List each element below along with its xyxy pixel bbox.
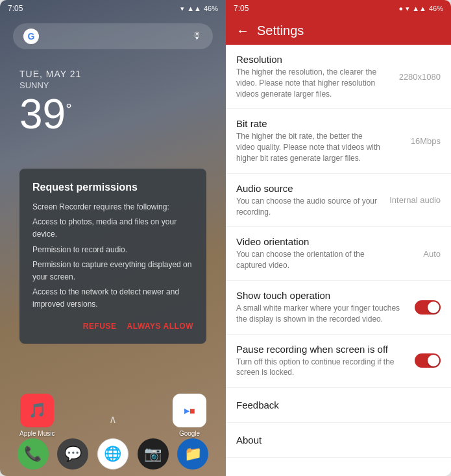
- orientation-value: Auto: [389, 249, 441, 259]
- bitrate-desc: The higher the bit rate, the better the …: [236, 131, 381, 163]
- date-weather: TUE, MAY 21 SUNNY 39°: [0, 56, 226, 148]
- settings-list: Resolution The higher the resolution, th…: [226, 45, 451, 476]
- resolution-title: Resolution: [236, 54, 381, 65]
- dot-icon: ●: [399, 5, 404, 12]
- permission-dialog: Request permissions Screen Recorder requ…: [19, 169, 206, 344]
- messages-dock-icon[interactable]: 💬: [57, 438, 88, 470]
- settings-item-about[interactable]: About: [226, 423, 451, 458]
- pause-toggle[interactable]: [415, 353, 441, 368]
- bitrate-value: 16Mbps: [389, 136, 441, 146]
- perm-line-1: Access to photos, media and files on you…: [32, 216, 193, 241]
- perm-line-4: Access to the network to detect newer an…: [32, 286, 193, 311]
- settings-header: ← Settings: [226, 17, 451, 45]
- pause-desc: Turn off this option to continue recordi…: [236, 357, 407, 379]
- settings-item-bitrate[interactable]: Bit rate The higher the bit rate, the be…: [226, 109, 451, 173]
- dialog-title: Request permissions: [32, 182, 193, 193]
- apple-music-icon: 🎵: [20, 394, 54, 427]
- settings-item-pause[interactable]: Pause recording when screen is off Turn …: [226, 335, 451, 388]
- google-icon-wrap[interactable]: ▶ ◼ Google: [173, 394, 206, 437]
- weather-condition: SUNNY: [19, 80, 206, 90]
- touch-toggle[interactable]: [415, 300, 441, 315]
- audio-title: Audio source: [236, 183, 381, 194]
- back-button[interactable]: ←: [236, 23, 249, 38]
- right-panel: 7:05 ● ▾ ▲▲ 46% ← Settings Resolution Th…: [226, 0, 451, 476]
- google-icon: ▶ ◼: [173, 394, 206, 427]
- chrome-dock-icon[interactable]: 🌐: [97, 438, 128, 470]
- about-title: About: [236, 434, 441, 446]
- bitrate-title: Bit rate: [236, 118, 381, 129]
- orientation-title: Video orientation: [236, 236, 381, 247]
- left-status-icons: ▾ ▲▲ 46%: [180, 5, 218, 13]
- refuse-button[interactable]: REFUSE: [83, 322, 117, 331]
- wifi-icon: ▾: [180, 5, 184, 13]
- google-label: Google: [179, 430, 200, 437]
- perm-line-3: Permission to capture everything display…: [32, 259, 193, 283]
- right-status-bar: 7:05 ● ▾ ▲▲ 46%: [226, 0, 451, 17]
- battery-left: 46%: [204, 5, 218, 12]
- dock-bar: 📞 💬 🌐 📷 📁: [0, 438, 226, 470]
- settings-item-audio[interactable]: Audio source You can choose the audio so…: [226, 174, 451, 228]
- search-bar[interactable]: G 🎙: [13, 23, 213, 49]
- date-line: TUE, MAY 21: [19, 69, 206, 79]
- mic-icon: 🎙: [192, 30, 202, 42]
- resolution-value: 2280x1080: [389, 72, 441, 82]
- settings-item-feedback[interactable]: Feedback: [226, 388, 451, 423]
- left-status-bar: 7:05 ▾ ▲▲ 46%: [0, 0, 226, 17]
- feedback-title: Feedback: [236, 399, 441, 411]
- perm-line-2: Permission to record audio.: [32, 244, 193, 256]
- right-status-icons: ● ▾ ▲▲ 46%: [399, 5, 443, 13]
- allow-button[interactable]: ALWAYS ALLOW: [127, 322, 193, 331]
- dialog-body: Screen Recorder requires the following: …: [32, 201, 193, 311]
- touch-desc: A small white marker where your finger t…: [236, 303, 407, 325]
- settings-item-orientation[interactable]: Video orientation You can choose the ori…: [226, 227, 451, 281]
- apple-music-label: Apple Music: [19, 430, 55, 437]
- apple-music-icon-wrap[interactable]: 🎵 Apple Music: [19, 394, 55, 437]
- files-dock-icon[interactable]: 📁: [177, 438, 208, 470]
- orientation-desc: You can choose the orientation of the ca…: [236, 249, 381, 271]
- settings-title: Settings: [257, 23, 304, 38]
- left-time: 7:05: [8, 4, 23, 13]
- audio-desc: You can choose the audio source of your …: [236, 196, 381, 218]
- touch-title: Show touch operation: [236, 290, 407, 301]
- google-logo: G: [23, 29, 39, 44]
- settings-item-resolution[interactable]: Resolution The higher the resolution, th…: [226, 45, 451, 109]
- audio-value: Internal audio: [389, 195, 441, 205]
- right-battery: 46%: [429, 5, 443, 12]
- signal-icon: ▲▲: [187, 5, 201, 12]
- left-panel: 7:05 ▾ ▲▲ 46% G 🎙 TUE, MAY 21 SUNNY 39° …: [0, 0, 226, 476]
- pause-title: Pause recording when screen is off: [236, 344, 407, 355]
- perm-line-0: Screen Recorder requires the following:: [32, 201, 193, 213]
- right-time: 7:05: [234, 4, 249, 13]
- camera-dock-icon[interactable]: 📷: [138, 438, 169, 470]
- phone-dock-icon[interactable]: 📞: [18, 438, 49, 470]
- temperature: 39°: [19, 93, 206, 135]
- right-signal-icon: ▲▲: [412, 5, 426, 12]
- settings-item-touch[interactable]: Show touch operation A small white marke…: [226, 281, 451, 335]
- chevron-up-icon[interactable]: ∧: [109, 413, 117, 425]
- right-wifi-icon: ▾: [406, 5, 409, 13]
- dialog-buttons: REFUSE ALWAYS ALLOW: [32, 322, 193, 331]
- resolution-desc: The higher the resolution, the clearer t…: [236, 67, 381, 99]
